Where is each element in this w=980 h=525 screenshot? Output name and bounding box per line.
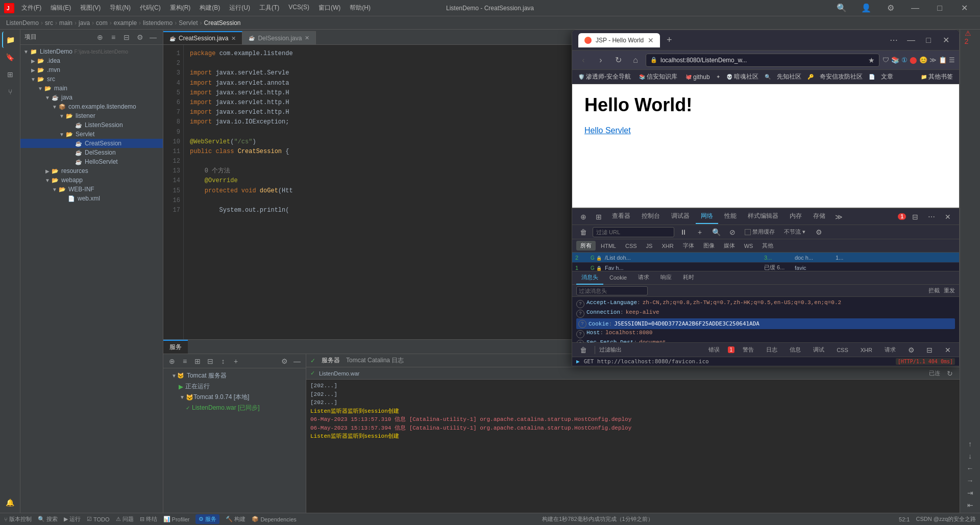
net-type-xhr[interactable]: XHR	[657, 242, 677, 250]
breadcrumb-listenDemo[interactable]: ListenDemo	[6, 19, 39, 27]
devtools-more-tabs[interactable]: ≫	[831, 210, 846, 224]
tree-creat-session[interactable]: ☕ CreatSession	[20, 139, 163, 148]
bookmark-pentester[interactable]: 🛡️ 渗透师-安全导航	[576, 71, 633, 82]
breadcrumb-listendemo[interactable]: listendemo	[143, 19, 173, 27]
resend-btn[interactable]: 重发	[944, 287, 955, 294]
tree-java[interactable]: ▼ ☕ java	[20, 93, 163, 102]
svc-item-war[interactable]: ✓ ListenDemo.war [已同步]	[163, 403, 306, 413]
console-dock-icon[interactable]: ⊟	[922, 343, 937, 357]
breadcrumb-servlet[interactable]: Servlet	[179, 19, 198, 27]
status-search-btn[interactable]: 🔍 搜索	[38, 515, 58, 523]
sidebar-close[interactable]: —	[148, 32, 159, 43]
back-btn[interactable]: ‹	[576, 53, 591, 67]
settings-btn[interactable]: ⚙	[879, 0, 902, 16]
req-tab-headers[interactable]: 消息头	[576, 271, 603, 285]
tree-main[interactable]: ▼ 📂 main	[20, 84, 163, 93]
network-pause-icon[interactable]: ⏸	[676, 225, 691, 239]
browser-close-btn[interactable]: ✕	[939, 33, 953, 47]
svc-sort[interactable]: ↕	[217, 356, 229, 367]
network-row-2[interactable]: 1 G 🔒 Fav h... 已缓 6... favic	[572, 263, 959, 271]
breadcrumb-java[interactable]: java	[79, 19, 90, 27]
reload-btn[interactable]: ↻	[611, 53, 625, 67]
devtools-tab-inspector[interactable]: 查看器	[607, 210, 635, 224]
right-up-icon[interactable]: ↑	[965, 438, 976, 449]
svc-item-version[interactable]: ▼ 🐱 Tomcat 9.0.74 [本地]	[163, 392, 306, 403]
network-trash-icon[interactable]: 🗑	[576, 225, 591, 239]
status-deps-btn[interactable]: 📦 Dependencies	[252, 516, 296, 522]
console-warn-tab[interactable]: 警告	[739, 345, 758, 355]
minimize-btn[interactable]: —	[903, 0, 927, 16]
devtools-more-icon[interactable]: ⋯	[924, 210, 939, 224]
tree-webxml[interactable]: 📄 web.xml	[20, 194, 163, 203]
status-terminal-btn[interactable]: ⊟ 终结	[140, 515, 157, 523]
devtools-tab-memory[interactable]: 内存	[785, 210, 807, 224]
menu-build[interactable]: 构建(B)	[195, 3, 224, 13]
net-type-css[interactable]: CSS	[621, 242, 641, 250]
tree-package[interactable]: ▼ 📦 com.example.listendemo	[20, 102, 163, 111]
devtools-responsive-icon[interactable]: ⊞	[592, 210, 606, 224]
menu-window[interactable]: 窗口(W)	[314, 3, 345, 13]
browser-reader-icon[interactable]: ①	[901, 56, 908, 64]
svc-group[interactable]: ⊞	[192, 356, 203, 367]
network-cache-toggle[interactable]: 禁用缓存	[742, 227, 778, 237]
breadcrumb-src[interactable]: src	[45, 19, 53, 27]
browser-sync-icon[interactable]: 📋	[939, 56, 947, 64]
tree-listen-session[interactable]: ☕ ListenSession	[20, 120, 163, 130]
req-tab-timing[interactable]: 耗时	[678, 271, 699, 285]
svc-add[interactable]: ⊕	[166, 356, 178, 367]
tree-hello-servlet[interactable]: ☕ HelloServlet	[20, 157, 163, 166]
browser-menu-icon[interactable]: ☰	[949, 56, 955, 64]
bookmark-star-icon[interactable]: ★	[868, 56, 875, 64]
menu-vcs[interactable]: VCS(S)	[284, 3, 313, 13]
net-type-media[interactable]: 媒体	[720, 241, 739, 251]
sidebar-collapse[interactable]: ⊟	[121, 32, 132, 43]
right-outdent-icon[interactable]: ⇤	[965, 499, 976, 511]
tree-idea[interactable]: ▶ 📂 .idea	[20, 56, 163, 65]
network-settings-icon[interactable]: ⚙	[812, 225, 826, 239]
console-trash-icon[interactable]: 🗑	[576, 343, 591, 357]
tree-src[interactable]: ▼ 📂 src	[20, 74, 163, 84]
tree-del-session[interactable]: ☕ DelSession	[20, 148, 163, 157]
status-problems-btn[interactable]: ⚠ 问题	[116, 515, 134, 523]
menu-code[interactable]: 代码(C)	[136, 3, 165, 13]
profile-btn[interactable]: 👤	[854, 0, 878, 16]
browser-min-btn[interactable]: —	[904, 33, 918, 47]
filter-output-label[interactable]: 过滤输出	[599, 346, 622, 354]
devtools-close-icon[interactable]: ✕	[941, 210, 955, 224]
log-reload2[interactable]: ↻	[944, 368, 955, 379]
status-todo-btn[interactable]: ☑ TODO	[87, 516, 110, 522]
menu-refactor[interactable]: 重构(R)	[166, 3, 195, 13]
console-xhr-tab[interactable]: XHR	[856, 346, 876, 354]
req-tab-request[interactable]: 请求	[633, 271, 654, 285]
git-icon[interactable]: ⑂	[2, 84, 18, 100]
net-type-other[interactable]: 其他	[758, 241, 777, 251]
net-type-font[interactable]: 字体	[679, 241, 698, 251]
menu-help[interactable]: 帮助(H)	[346, 3, 375, 13]
devtools-pick-icon[interactable]: ⊕	[576, 210, 591, 224]
bookmark-qianxin[interactable]: 奇安信攻防社区	[818, 71, 865, 82]
network-add-icon[interactable]: +	[693, 225, 707, 239]
devtools-tab-console[interactable]: 控制台	[636, 210, 665, 224]
tree-resources[interactable]: ▶ 📂 resources	[20, 166, 163, 176]
browser-link-hello-servlet[interactable]: Hello Servlet	[584, 126, 631, 135]
req-tab-response[interactable]: 响应	[655, 271, 677, 285]
svc-filter[interactable]: ⊟	[205, 356, 216, 367]
tree-listener[interactable]: ▼ 📂 listener	[20, 111, 163, 120]
svc-sync[interactable]: ≡	[179, 356, 190, 367]
home-btn[interactable]: ⌂	[628, 53, 643, 67]
bookmark-dark-soul[interactable]: 💀 暗魂社区	[724, 71, 761, 82]
network-search-icon[interactable]: 🔍	[709, 225, 723, 239]
sidebar-settings[interactable]: ⚙	[134, 32, 145, 43]
log-tab-catalina[interactable]: Tomcat Catalina 日志	[346, 356, 404, 365]
right-indent-icon[interactable]: ⇥	[965, 487, 976, 498]
notification-icon[interactable]: 🔔	[2, 494, 18, 511]
net-type-js[interactable]: JS	[642, 242, 657, 250]
net-type-html[interactable]: HTML	[597, 242, 620, 250]
tree-root[interactable]: ▼ 📁 ListenDemo F:\java-test\ListenDemo	[20, 47, 163, 56]
status-build-btn[interactable]: 🔨 构建	[226, 515, 246, 523]
browser-max-btn[interactable]: □	[921, 33, 936, 47]
bookmark-zhizhi[interactable]: 先知社区	[775, 71, 803, 82]
devtools-tab-storage[interactable]: 存储	[808, 210, 830, 224]
bookmark-github[interactable]: 🐙 github	[683, 72, 712, 82]
menu-file[interactable]: 文件(F)	[17, 3, 45, 13]
